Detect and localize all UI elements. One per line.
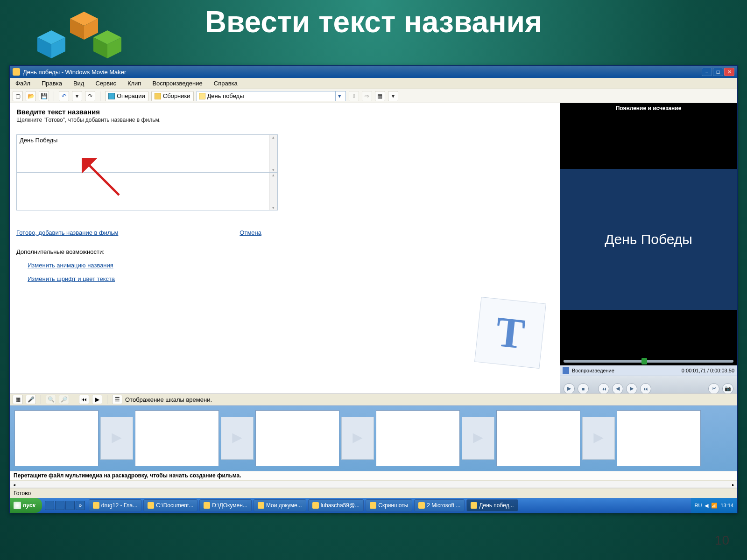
menu-file[interactable]: Файл <box>13 79 33 88</box>
transition-slot[interactable] <box>100 417 133 460</box>
snapshot-button[interactable]: 📷 <box>722 383 733 394</box>
svg-marker-7 <box>93 37 107 58</box>
textbox-scrollbar[interactable]: ▴▾ <box>269 135 277 172</box>
done-link[interactable]: Готово, добавить название в фильм <box>16 229 118 236</box>
start-button[interactable]: пуск <box>10 498 42 513</box>
play-timeline-button[interactable]: ▶ <box>92 395 102 404</box>
ql-item[interactable] <box>45 501 54 510</box>
preview-infobar: Воспроизведение 0:00:01,71 / 0:00:03,50 <box>560 365 737 376</box>
clip-slot[interactable] <box>255 410 339 466</box>
ql-item[interactable] <box>55 501 64 510</box>
tray-icon[interactable]: 📶 <box>711 503 718 509</box>
stop-button[interactable]: ■ <box>578 383 589 394</box>
collections-button[interactable]: Сборники <box>151 91 194 101</box>
change-animation-link[interactable]: Изменить анимацию названия <box>28 262 553 269</box>
taskbar-item-active[interactable]: День побед... <box>466 499 518 511</box>
scroll-left-button[interactable]: ◂ <box>10 481 18 488</box>
red-arrow-annotation <box>82 158 128 200</box>
menu-tools[interactable]: Сервис <box>92 79 119 88</box>
taskbar-item[interactable]: 2 Microsoft ... <box>414 499 465 511</box>
zoom-out-button[interactable]: 🔎 <box>59 395 69 404</box>
step-back-button[interactable]: ◀ <box>612 383 623 394</box>
ql-item[interactable] <box>65 501 75 510</box>
menu-play[interactable]: Воспроизведение <box>149 79 205 88</box>
textbox-scrollbar-2[interactable]: ▴▾ <box>269 173 277 210</box>
preview-timecode: 0:00:01,71 / 0:00:03,50 <box>682 368 734 373</box>
transition-slot[interactable] <box>582 417 615 460</box>
title-textbox[interactable]: День Победы ▴▾ <box>16 134 278 173</box>
playback-label: Воспроизведение <box>572 368 614 373</box>
taskbar-item[interactable]: C:\Document... <box>143 499 197 511</box>
nav-fwd-button[interactable]: ⇨ <box>362 91 372 101</box>
zoom-in-button[interactable]: 🔍 <box>46 395 56 404</box>
view-dropdown[interactable]: ▾ <box>388 91 398 101</box>
start-label: пуск <box>23 502 35 509</box>
svg-line-10 <box>86 162 119 195</box>
preview-title-text: День Победы <box>560 169 737 310</box>
cancel-link[interactable]: Отмена <box>240 229 261 236</box>
taskbar-item[interactable]: Скриншоты <box>366 499 412 511</box>
undo-dropdown[interactable]: ▾ <box>72 91 82 101</box>
open-button[interactable]: 📂 <box>26 91 36 101</box>
tray-icon[interactable]: ◀ <box>705 503 708 509</box>
taskbar-item[interactable]: drug12 - Гла... <box>89 499 142 511</box>
system-tray: RU ◀ 📶 13:14 <box>691 498 737 513</box>
transition-slot[interactable] <box>462 417 494 460</box>
maximize-button[interactable]: □ <box>713 68 723 76</box>
scroll-track[interactable] <box>18 481 729 488</box>
undo-button[interactable]: ↶ <box>59 91 69 101</box>
menu-help[interactable]: Справка <box>211 79 240 88</box>
location-dropdown-icon[interactable]: ▾ <box>335 91 344 101</box>
next-clip-button[interactable]: ⏭ <box>640 383 651 394</box>
play-button[interactable]: ▶ <box>564 383 575 394</box>
clip-slot[interactable] <box>135 410 219 466</box>
menu-view[interactable]: Вид <box>70 79 87 88</box>
preview-canvas: День Победы <box>560 113 737 365</box>
preview-seekbar[interactable] <box>564 360 733 363</box>
title-text-value: День Победы <box>17 135 277 146</box>
storyboard[interactable] <box>10 406 737 471</box>
taskbar-item[interactable]: D:\ДОкумен... <box>199 499 252 511</box>
pane-heading: Введите текст названия <box>16 108 553 116</box>
toggle-timeline-button[interactable]: ☰ <box>112 395 122 404</box>
menu-clip[interactable]: Клип <box>125 79 144 88</box>
storyboard-hscroll[interactable]: ◂ ▸ <box>10 480 737 489</box>
narration-button[interactable]: 🎤 <box>26 395 36 404</box>
start-icon <box>14 502 21 509</box>
step-fwd-button[interactable]: ▶ <box>626 383 637 394</box>
change-font-link[interactable]: Изменить шрифт и цвет текста <box>28 275 553 282</box>
svg-marker-12 <box>232 433 242 443</box>
lang-indicator[interactable]: RU <box>695 503 702 508</box>
transition-slot[interactable] <box>341 417 374 460</box>
menu-edit[interactable]: Правка <box>39 79 65 88</box>
save-button[interactable]: 💾 <box>39 91 49 101</box>
minimize-button[interactable]: − <box>702 68 712 76</box>
clip-slot[interactable] <box>617 410 701 466</box>
taskbar-item[interactable]: Мои докуме... <box>254 499 306 511</box>
subtitle-text-value <box>17 173 277 176</box>
nav-up-button[interactable]: ⇧ <box>349 91 359 101</box>
clip-slot[interactable] <box>496 410 580 466</box>
ql-chevron[interactable]: » <box>76 501 85 510</box>
operations-label: Операции <box>117 92 145 99</box>
svg-marker-15 <box>593 433 603 443</box>
split-button[interactable]: ✂ <box>708 383 719 394</box>
prev-clip-button[interactable]: ⏮ <box>598 383 609 394</box>
menubar: Файл Правка Вид Сервис Клип Воспроизведе… <box>10 78 737 89</box>
redo-button[interactable]: ↷ <box>85 91 95 101</box>
storyboard-view-button[interactable]: ▦ <box>13 395 23 404</box>
subtitle-textbox[interactable]: ▴▾ <box>16 172 278 210</box>
new-button[interactable]: ▢ <box>13 91 23 101</box>
taskbar-item[interactable]: lubascha59@... <box>308 499 364 511</box>
transition-slot[interactable] <box>221 417 254 460</box>
clip-slot[interactable] <box>376 410 460 466</box>
preview-controls: ▶ ■ ⏮ ◀ ▶ ⏭ ✂ 📷 <box>560 376 737 393</box>
rewind-button[interactable]: ⏮ <box>79 395 89 404</box>
operations-button[interactable]: Операции <box>105 91 148 101</box>
clip-slot[interactable] <box>14 410 99 466</box>
close-button[interactable]: ✕ <box>724 68 734 76</box>
scroll-right-button[interactable]: ▸ <box>729 481 737 488</box>
location-combobox[interactable]: День победы ▾ <box>197 91 346 101</box>
seek-knob[interactable] <box>641 358 647 364</box>
view-thumbs-button[interactable]: ▦ <box>375 91 385 101</box>
